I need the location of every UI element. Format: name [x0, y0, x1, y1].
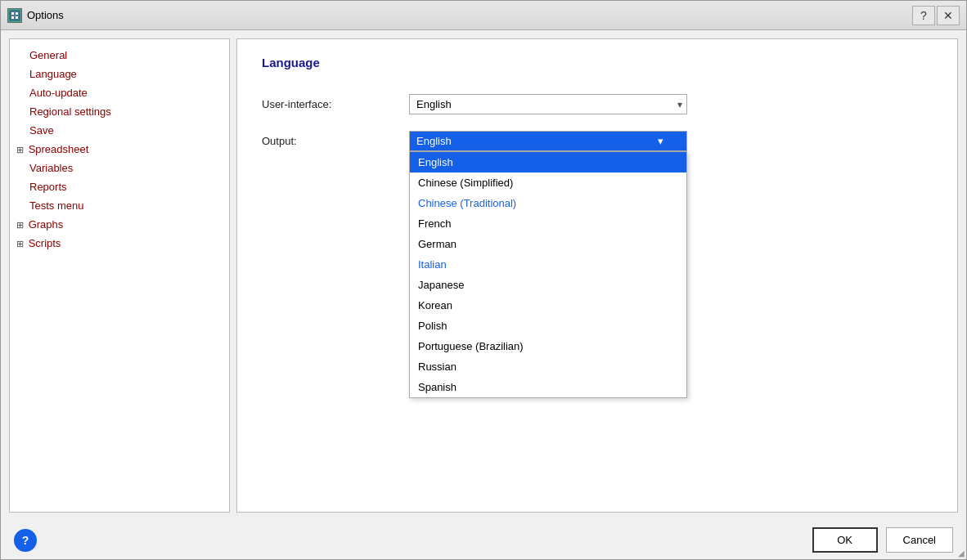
sidebar-item-auto-update[interactable]: Auto-update — [10, 83, 229, 102]
help-button[interactable]: ? — [14, 529, 37, 552]
sidebar-item-reports[interactable]: Reports — [10, 177, 229, 196]
ui-language-select[interactable]: English — [409, 94, 687, 114]
window-controls: ? ✕ — [912, 6, 960, 25]
output-dropdown-arrow-icon: ▾ — [658, 135, 663, 147]
lang-option-italian[interactable]: Italian — [410, 254, 686, 275]
sidebar-item-variables-label: Variables — [29, 162, 73, 174]
ui-language-label: User-interface: — [262, 98, 409, 110]
sidebar-item-variables[interactable]: Variables — [10, 159, 229, 177]
output-language-row: Output: English ▾ English Chinese (Simpl… — [262, 131, 933, 151]
sidebar: General Language Auto-update Regional se… — [9, 38, 230, 513]
sidebar-item-save-label: Save — [29, 124, 54, 137]
sidebar-item-tests-menu-label: Tests menu — [29, 199, 83, 212]
title-bar: Options ? ✕ — [1, 1, 966, 30]
svg-rect-1 — [11, 12, 14, 15]
sidebar-item-general-label: General — [29, 49, 67, 61]
cancel-button[interactable]: Cancel — [886, 527, 953, 553]
options-dialog: Options ? ✕ General Language Auto-update… — [0, 0, 967, 560]
spreadsheet-expand-icon: ⊞ — [16, 145, 24, 155]
app-icon — [7, 8, 22, 23]
output-language-dropdown: English ▾ English Chinese (Simplified) C… — [409, 131, 687, 151]
sidebar-item-spreadsheet[interactable]: ⊞ Spreadsheet — [10, 140, 229, 159]
graphs-expand-icon: ⊞ — [16, 220, 24, 231]
lang-option-chinese-simplified[interactable]: Chinese (Simplified) — [410, 172, 686, 193]
ok-button[interactable]: OK — [812, 527, 878, 553]
scripts-expand-icon: ⊞ — [16, 239, 24, 249]
ui-language-control: English ▾ — [409, 94, 687, 114]
sidebar-item-regional-settings-label: Regional settings — [29, 105, 111, 118]
output-language-list: English Chinese (Simplified) Chinese (Tr… — [409, 151, 687, 398]
svg-rect-4 — [16, 16, 18, 19]
lang-option-german[interactable]: German — [410, 234, 686, 254]
sidebar-item-scripts-label: Scripts — [29, 237, 61, 249]
lang-option-english[interactable]: English — [410, 152, 686, 172]
dialog-footer: ? OK Cancel — [1, 521, 966, 559]
sidebar-item-graphs[interactable]: ⊞ Graphs — [10, 215, 229, 234]
sidebar-item-spreadsheet-label: Spreadsheet — [29, 143, 89, 155]
panel-title: Language — [262, 56, 933, 69]
lang-option-french[interactable]: French — [410, 213, 686, 234]
sidebar-item-auto-update-label: Auto-update — [29, 87, 88, 99]
sidebar-item-regional-settings[interactable]: Regional settings — [10, 102, 229, 121]
sidebar-item-general[interactable]: General — [10, 46, 229, 65]
footer-right: OK Cancel — [812, 527, 953, 553]
sidebar-item-tests-menu[interactable]: Tests menu — [10, 196, 229, 215]
dialog-content: General Language Auto-update Regional se… — [1, 30, 966, 521]
lang-option-spanish[interactable]: Spanish — [410, 377, 686, 397]
close-button[interactable]: ✕ — [937, 6, 960, 25]
output-select-box[interactable]: English ▾ — [409, 131, 687, 151]
lang-option-korean[interactable]: Korean — [410, 295, 686, 316]
lang-option-russian[interactable]: Russian — [410, 356, 686, 377]
resize-handle[interactable]: ◢ — [958, 549, 965, 558]
window-title: Options — [27, 9, 912, 21]
svg-rect-0 — [10, 11, 20, 20]
sidebar-item-scripts[interactable]: ⊞ Scripts — [10, 234, 229, 253]
sidebar-item-reports-label: Reports — [29, 181, 67, 193]
sidebar-item-save[interactable]: Save — [10, 121, 229, 140]
svg-rect-2 — [16, 12, 18, 15]
lang-option-chinese-traditional[interactable]: Chinese (Traditional) — [410, 193, 686, 213]
help-title-button[interactable]: ? — [912, 6, 935, 25]
lang-option-polish[interactable]: Polish — [410, 316, 686, 336]
footer-left: ? — [14, 529, 37, 552]
sidebar-item-language-label: Language — [29, 68, 77, 80]
sidebar-item-language[interactable]: Language — [10, 65, 229, 83]
output-selected-value: English — [416, 135, 452, 147]
output-language-label: Output: — [262, 131, 409, 147]
lang-option-portuguese-brazilian[interactable]: Portuguese (Brazilian) — [410, 336, 686, 356]
sidebar-item-graphs-label: Graphs — [29, 218, 64, 231]
main-panel: Language User-interface: English ▾ Outpu… — [236, 38, 958, 513]
svg-rect-3 — [11, 16, 14, 19]
ui-language-row: User-interface: English ▾ — [262, 94, 933, 114]
lang-option-japanese[interactable]: Japanese — [410, 275, 686, 295]
